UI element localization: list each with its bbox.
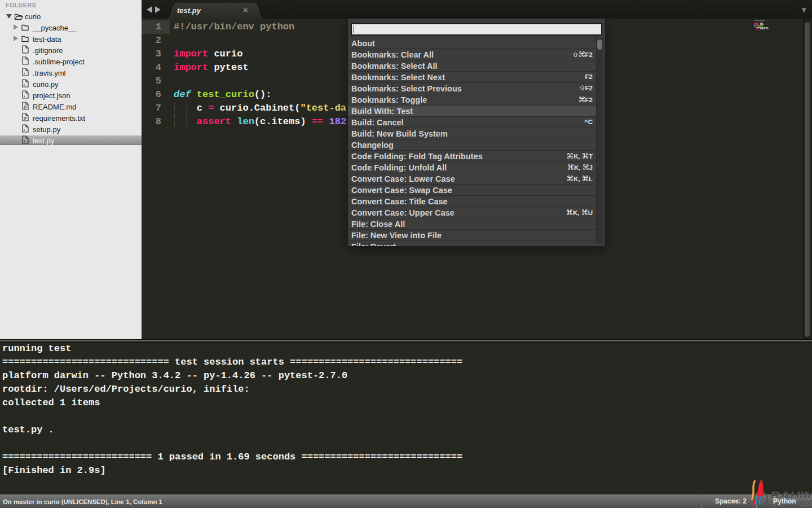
svg-text:R: R [753,493,762,507]
